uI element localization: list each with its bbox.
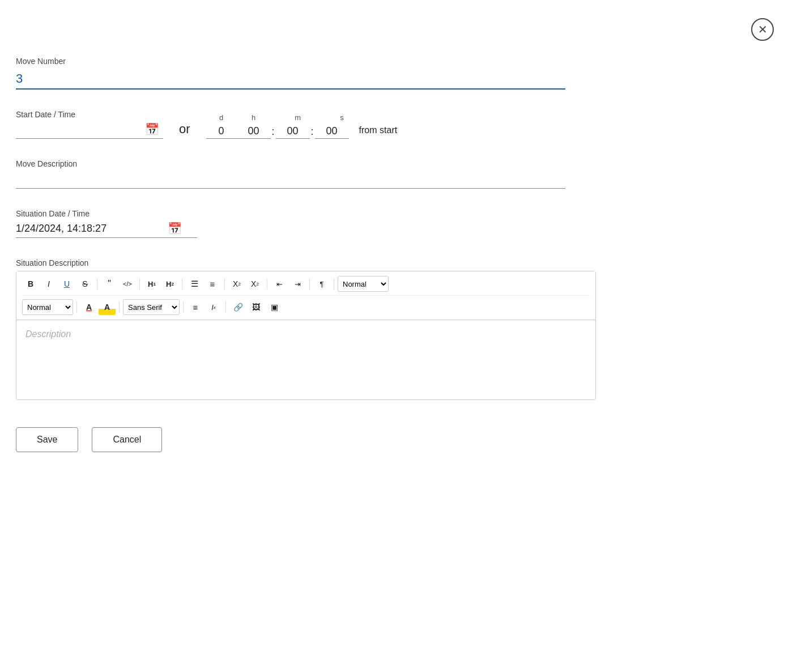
move-number-group: Move Number	[16, 57, 596, 90]
start-date-input[interactable]	[16, 124, 140, 135]
underline-button[interactable]: U	[58, 276, 75, 292]
offset-headers: d h m s	[206, 113, 359, 122]
rich-editor-wrapper: B I U S " </> H1 H2 ☰ ≡ X2 X2	[16, 271, 596, 400]
ordered-list-button[interactable]: ☰	[186, 276, 203, 292]
offset-d-header: d	[206, 113, 237, 122]
move-description-input[interactable]	[16, 172, 565, 189]
superscript-button[interactable]: X2	[246, 276, 263, 292]
move-description-group: Move Description	[16, 159, 596, 189]
offset-m-header: m	[281, 113, 315, 122]
bold-button[interactable]: B	[22, 276, 39, 292]
toolbar-divider-1	[97, 278, 97, 290]
h2-button[interactable]: H2	[161, 276, 178, 292]
or-label: or	[179, 122, 190, 139]
toolbar-divider-7	[334, 278, 334, 290]
offset-d-input[interactable]	[206, 124, 237, 139]
close-icon: ✕	[758, 23, 768, 36]
code-button[interactable]: </>	[119, 276, 136, 292]
save-button[interactable]: Save	[16, 427, 78, 452]
move-number-label: Move Number	[16, 57, 596, 66]
toolbar-divider-3	[182, 278, 182, 290]
video-button[interactable]: ▣	[266, 299, 283, 315]
toolbar-divider-5	[267, 278, 267, 290]
offset-h-input[interactable]	[237, 124, 271, 139]
action-buttons: Save Cancel	[16, 427, 596, 452]
toolbar-divider-9	[119, 301, 120, 313]
toolbar-row-2: Normal Small Large A A Sans Serif Serif …	[22, 297, 590, 315]
colon-sep-1: :	[271, 126, 276, 138]
start-date-label: Start Date / Time	[16, 110, 163, 119]
start-date-input-wrapper: 📅	[16, 122, 163, 139]
toolbar-divider-4	[224, 278, 225, 290]
align-button[interactable]: ≡	[187, 299, 204, 315]
toolbar-divider-11	[225, 301, 226, 313]
indent-button[interactable]: ⇥	[289, 276, 306, 292]
start-date-group: Start Date / Time 📅 or d h m s	[16, 110, 596, 139]
close-button[interactable]: ✕	[751, 18, 774, 41]
colon-sep-2: :	[310, 126, 315, 138]
offset-m-input[interactable]	[276, 124, 310, 139]
start-date-row: Start Date / Time 📅 or d h m s	[16, 110, 596, 139]
offset-s-header: s	[325, 113, 359, 122]
description-editor[interactable]: Description	[16, 320, 595, 399]
offset-s-input[interactable]	[315, 124, 349, 139]
strikethrough-button[interactable]: S	[76, 276, 93, 292]
offset-h-header: h	[237, 113, 271, 122]
situation-date-label: Situation Date / Time	[16, 209, 596, 218]
toolbar-divider-8	[76, 301, 77, 313]
italic-button[interactable]: I	[40, 276, 57, 292]
toolbar-divider-2	[139, 278, 140, 290]
offset-inputs: : : from start	[206, 124, 398, 139]
time-offsets: d h m s : : from start	[206, 113, 398, 139]
outdent-button[interactable]: ⇤	[271, 276, 288, 292]
sit-date-input-wrapper: 📅	[16, 222, 197, 238]
rtl-button[interactable]: ¶	[313, 276, 330, 292]
situation-description-label: Situation Description	[16, 258, 596, 267]
subscript-button[interactable]: X2	[228, 276, 245, 292]
cancel-button[interactable]: Cancel	[92, 427, 162, 452]
link-button[interactable]: 🔗	[229, 299, 246, 315]
situation-date-group: Situation Date / Time 📅	[16, 209, 596, 238]
toolbar-divider-10	[183, 301, 184, 313]
situation-date-input[interactable]	[16, 223, 163, 235]
bullet-list-button[interactable]: ≡	[204, 276, 221, 292]
form-container: Move Number Start Date / Time 📅 or d h	[0, 0, 623, 486]
from-start-label: from start	[359, 125, 398, 138]
blockquote-button[interactable]: "	[101, 276, 118, 292]
move-number-input[interactable]	[16, 69, 565, 90]
situation-description-group: Situation Description B I U S " </> H1 H…	[16, 258, 596, 400]
font-color-button[interactable]: A	[80, 299, 97, 315]
calendar-icon[interactable]: 📅	[145, 122, 159, 136]
font-family-select[interactable]: Sans Serif Serif Monospace	[123, 299, 180, 315]
toolbar: B I U S " </> H1 H2 ☰ ≡ X2 X2	[16, 271, 595, 320]
clear-format-button[interactable]: Ix	[205, 299, 222, 315]
font-highlight-button[interactable]: A	[99, 299, 116, 315]
h1-button[interactable]: H1	[143, 276, 160, 292]
heading-select[interactable]: Normal Heading 1 Heading 2	[338, 276, 389, 292]
sit-calendar-icon[interactable]: 📅	[168, 222, 182, 235]
toolbar-row-1: B I U S " </> H1 H2 ☰ ≡ X2 X2	[22, 276, 590, 296]
toolbar-divider-6	[309, 278, 310, 290]
move-description-label: Move Description	[16, 159, 596, 168]
font-size-select[interactable]: Normal Small Large	[22, 299, 73, 315]
image-button[interactable]: 🖼	[248, 299, 265, 315]
